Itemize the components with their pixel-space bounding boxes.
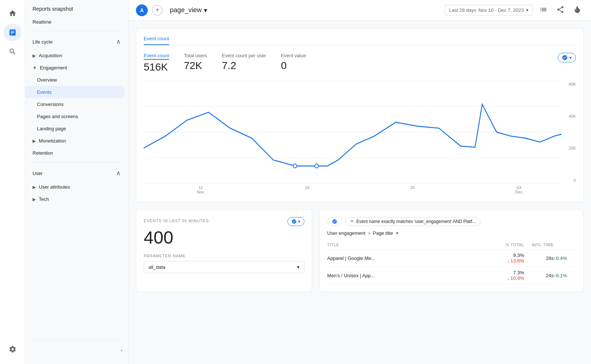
chart-type-icon[interactable] [537,3,550,17]
search-nav-icon[interactable] [4,43,21,61]
sidebar-item-acquisition[interactable]: ▶ Acquisition [25,49,128,62]
check-filter-chip[interactable] [327,217,342,226]
y-label-20k: 20K [561,146,576,150]
add-comparison-button[interactable]: + [152,5,163,16]
x-label-03dec: 03 Dec [515,185,523,194]
settings-nav-icon[interactable] [4,340,21,358]
x-label-19: 19 [305,185,309,194]
col-avg-header: AVG. TIME [524,243,554,247]
topbar: A + page_view ▾ Last 28 days Nov 10 - De… [129,0,591,21]
filter-text-chip[interactable]: Event name exactly matches 'user_engagem… [345,217,481,226]
filter-label: Event name exactly matches 'user_engagem… [356,219,476,224]
row1-pct-change: ↓13.6% [508,258,524,264]
compare-button[interactable]: ▾ [558,53,576,62]
sidebar-item-landing-page[interactable]: Landing page [25,123,125,135]
row2-pct: 7.3% ↓10.4% [495,270,524,281]
metric-check: ▾ [558,53,576,62]
user-chevron: ∧ [116,169,121,177]
event-count-label: Event count [144,53,169,60]
collapse-icon: ‹ [121,347,122,353]
event-value-label: Event value [281,53,306,58]
user-section-header[interactable]: User ∧ [25,165,128,181]
col-extra-header [554,243,576,247]
row2-pct-change: ↓10.4% [508,275,524,281]
main-content: A + page_view ▾ Last 28 days Nov 10 - De… [129,0,591,364]
sidebar-item-user-attributes[interactable]: ▶ User attributes [25,181,128,193]
event-count-value: 516K [144,61,169,73]
param-name-label: PARAMETER NAME [144,254,304,258]
sidebar-divider-2 [31,162,122,162]
chart-x-labels: 12 Nov 19 26 03 Dec [144,185,576,194]
breadcrumb-user-engagement[interactable]: User engagement [327,230,365,236]
row1-avg-change: ↑0.4% [554,255,576,261]
pages-screens-label: Pages and screens [37,114,78,119]
chart-tab-active[interactable]: Event count [144,36,169,45]
svg-point-6 [315,164,318,168]
sidebar-divider-3 [31,340,122,341]
events-30min-count: 400 [144,227,304,248]
event-selector[interactable]: page_view ▾ [167,5,210,16]
analytics-nav-icon[interactable] [4,24,21,41]
engagement-label: Engagement [40,65,67,71]
lifecycle-label: Life cycle [33,39,52,45]
param-dropdown-icon: ▾ [297,264,300,270]
lifecycle-section-header[interactable]: Life cycle ∧ [25,34,128,49]
param-select-dropdown[interactable]: all_data ▾ [144,261,304,273]
sidebar-item-conversions[interactable]: Conversions [25,98,125,110]
event-per-user-value: 7.2 [222,60,266,72]
breadcrumb-nav: User engagement › Page title ▾ [327,230,576,236]
y-label-60k: 60K [561,82,576,86]
sidebar-item-realtime[interactable]: Realtime [25,16,128,28]
event-value-value: 0 [281,60,306,72]
share-icon[interactable] [554,3,567,17]
x-label-26: 26 [410,185,414,194]
table-row[interactable]: Apparel | Google Me... 9.3% ↓13.6% 28s ↑… [327,250,576,267]
row1-title: Apparel | Google Me... [327,255,495,261]
bottom-cards: EVENTS IN LAST 30 MINUTES ▾ 400 PARAMETE… [136,209,584,292]
breadcrumb-page-title[interactable]: Page title [373,230,393,236]
date-dropdown-icon: ▾ [526,7,529,13]
collapse-sidebar-button[interactable]: ‹ [25,344,128,357]
home-nav-icon[interactable] [4,4,21,22]
monetization-arrow-icon: ▶ [33,138,36,144]
engagement-arrow-icon: ▼ [33,65,37,71]
events-dropdown-icon: ▾ [298,219,300,224]
icon-rail [0,0,25,364]
row2-avg: 24s [524,273,554,278]
topbar-right: Last 28 days Nov 10 - Dec 7, 2023 ▾ [445,3,584,17]
table-header: TITLE % TOTAL AVG. TIME [327,240,576,250]
events-30min-card: EVENTS IN LAST 30 MINUTES ▾ 400 PARAMETE… [136,209,312,292]
metric-event-value: Event value 0 [281,53,306,72]
total-users-value: 72K [184,60,207,72]
row2-title: Men's / Unisex | App... [327,273,495,278]
user-label: User [33,171,42,176]
row2-avg-change: ↑6.1% [554,273,576,278]
event-dropdown-icon: ▾ [204,6,207,14]
events-check-button[interactable]: ▾ [287,217,304,226]
tech-label: Tech [39,196,49,202]
sidebar: Reports snapshot Realtime Life cycle ∧ ▶… [25,0,129,364]
user-attributes-label: User attributes [39,184,70,190]
compare-label: ▾ [569,55,572,61]
sidebar-item-monetization[interactable]: ▶ Monetization [25,135,128,147]
sidebar-item-pages-screens[interactable]: Pages and screens [25,110,125,123]
sidebar-item-engagement[interactable]: ▼ Engagement [25,62,128,74]
landing-page-label: Landing page [37,126,66,131]
avatar: A [136,4,148,16]
sidebar-divider-1 [31,31,122,31]
sidebar-item-tech[interactable]: ▶ Tech [25,193,128,205]
sidebar-item-retention[interactable]: Retention [25,147,125,159]
tech-arrow-icon: ▶ [33,197,36,202]
total-users-label: Total users [184,53,207,58]
sidebar-item-overview[interactable]: Overview [25,74,125,86]
chart-svg [144,80,576,184]
overview-label: Overview [37,77,57,83]
explore-icon[interactable] [571,3,584,17]
sidebar-reports-snapshot[interactable]: Reports snapshot [25,0,128,16]
conversions-label: Conversions [37,102,64,107]
event-name: page_view [170,6,202,14]
table-row[interactable]: Men's / Unisex | App... 7.3% ↓10.4% 24s … [327,267,576,284]
date-range-selector[interactable]: Last 28 days Nov 10 - Dec 7, 2023 ▾ [445,5,533,16]
breadcrumb-dropdown-icon[interactable]: ▾ [396,230,399,236]
sidebar-item-events[interactable]: Events [25,86,125,98]
